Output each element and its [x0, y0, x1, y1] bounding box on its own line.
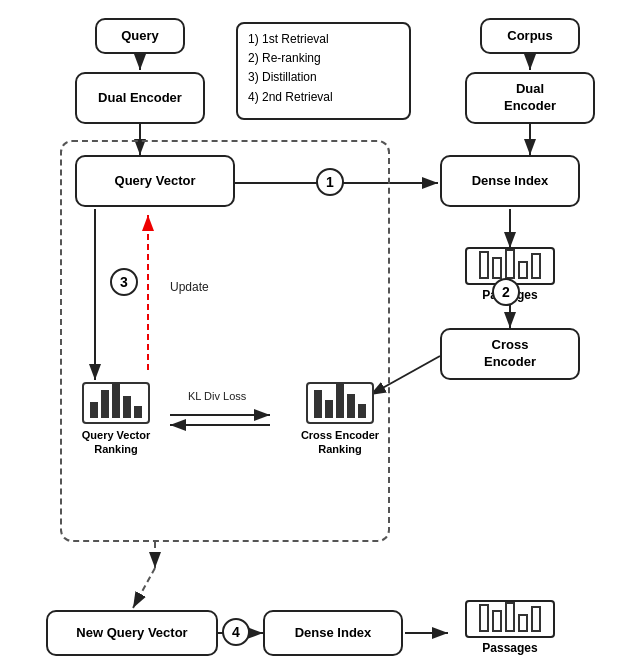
ce-ranking-label: Cross Encoder Ranking [285, 428, 395, 457]
query-vector-ranking-container: Query Vector Ranking [66, 382, 166, 457]
dual-encoder-1-box: Dual Encoder [75, 72, 205, 124]
query-vector-box: Query Vector [75, 155, 235, 207]
ce-ranking-container: Cross Encoder Ranking [285, 382, 395, 457]
step-1: 1) 1st Retrieval [248, 30, 399, 49]
ce-ranking-chart [306, 382, 374, 424]
step-3: 3) Distillation [248, 68, 399, 87]
step-2: 2) Re-ranking [248, 49, 399, 68]
diagram: Query Dual Encoder Query Vector Corpus D… [0, 0, 640, 672]
qv-ranking-chart [82, 382, 150, 424]
circle-2: 2 [492, 278, 520, 306]
query-box: Query [95, 18, 185, 54]
dense-index-2-box: Dense Index [263, 610, 403, 656]
new-query-vector-box: New Query Vector [46, 610, 218, 656]
update-label: Update [170, 280, 209, 294]
circle-3: 3 [110, 268, 138, 296]
step-4: 4) 2nd Retrieval [248, 88, 399, 107]
passages-2-label: Passages [482, 641, 537, 655]
dense-index-1-box: Dense Index [440, 155, 580, 207]
passages-2-container: Passages [450, 600, 570, 655]
qv-ranking-label: Query Vector Ranking [66, 428, 166, 457]
svg-line-16 [133, 568, 155, 608]
circle-4: 4 [222, 618, 250, 646]
corpus-box: Corpus [480, 18, 580, 54]
circle-1: 1 [316, 168, 344, 196]
dual-encoder-2-box: DualEncoder [465, 72, 595, 124]
cross-encoder-box: CrossEncoder [440, 328, 580, 380]
kl-div-label: KL Div Loss [188, 390, 246, 402]
passages-2-icon [465, 600, 555, 638]
steps-list-box: 1) 1st Retrieval 2) Re-ranking 3) Distil… [236, 22, 411, 120]
